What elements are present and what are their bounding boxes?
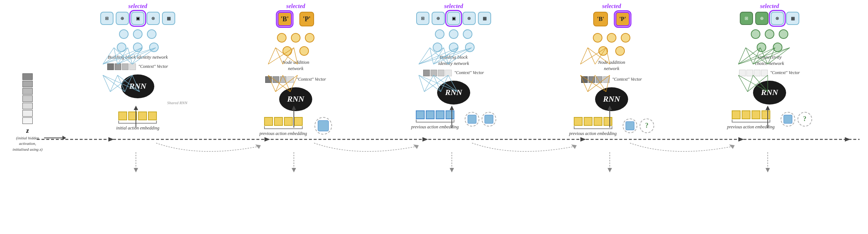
svg-marker-6: [845, 137, 850, 142]
svg-marker-24: [608, 168, 612, 172]
col2-network-label: Node additionnetwork: [242, 59, 349, 72]
col4-bot-nodes: [558, 46, 665, 56]
col4-network-label: Node additionnetwork: [558, 59, 665, 72]
col1-icon-5: ▦: [162, 12, 175, 25]
col2-context-label: "Context" Vector: [296, 77, 326, 82]
col1-bot-node-3: [149, 43, 159, 52]
col2-bot-nodes: [242, 46, 349, 56]
col4-context: "Context" Vector: [558, 76, 665, 83]
col2-mid-node-3: [305, 33, 314, 43]
col3-prev-circles: [465, 112, 496, 127]
col4-bottom-area: previous action embedding ?: [558, 117, 665, 137]
col3-rnn-blob: RNN: [437, 81, 470, 105]
col4-mid-node-1: [593, 33, 602, 43]
col2-icon-B: 'B': [277, 12, 292, 26]
col1-icon-3-selected: ▣: [131, 12, 144, 25]
col3-context: "Context" Vector: [400, 70, 507, 76]
col3-icon-3-selected: ▣: [447, 12, 460, 25]
col1-context: "Context" Vector: [84, 63, 191, 70]
column-1: selected ⊞ ⊕ ▣ ⊗ ▦ Building block identi…: [84, 0, 191, 131]
col1-rnn-blob: RNN: [121, 74, 154, 98]
col1-rnn: RNN: [84, 74, 191, 98]
col4-rnn-blob: RNN: [595, 87, 628, 111]
column-2: selected 'B' 'P' Node additionnetwork: [242, 0, 349, 136]
col2-prev-circle: [314, 117, 332, 135]
svg-marker-29: [766, 168, 770, 172]
col3-mid-node-3: [463, 29, 472, 39]
col3-bot-node-2: [449, 43, 458, 52]
svg-marker-1: [108, 137, 114, 142]
col5-prev-circles: ?: [781, 112, 812, 127]
col3-bottom-area: previous action embedding: [400, 110, 507, 130]
col5-mid-node-3: [779, 29, 788, 39]
col5-icon-3-selected: ⊗: [771, 12, 784, 25]
col5-bot-node-2: [773, 43, 782, 52]
col5-icon-1: ⊞: [740, 12, 753, 25]
col5-mid-node-1: [751, 29, 760, 39]
col5-bot-nodes: [716, 43, 823, 52]
z-description: (initial hiddenactivation,initialised us…: [12, 135, 42, 152]
column-4: selected 'B' 'P' Node additionnetwork: [558, 0, 665, 136]
z-to-rnn-arrow: [44, 136, 66, 140]
svg-marker-2: [264, 137, 270, 142]
col2-context: "Context" Vector: [242, 76, 349, 83]
col1-network-label: Building block identity network: [84, 54, 191, 61]
col1-mid-nodes: [84, 29, 191, 39]
col3-bot-nodes: [400, 43, 507, 52]
svg-marker-3: [422, 137, 428, 142]
col1-bot-node-1: [117, 43, 126, 52]
col1-selected-label: selected: [84, 3, 191, 10]
col2-embed-label: previous action embedding: [259, 131, 307, 137]
svg-marker-15: [255, 145, 261, 149]
col5-icon-4: ▦: [786, 12, 799, 25]
col4-rnn: RNN: [558, 87, 665, 111]
z-vector: [22, 73, 33, 124]
col2-rnn: RNN: [242, 87, 349, 111]
col4-embed-label: previous action embedding: [569, 131, 617, 137]
svg-marker-10: [134, 168, 138, 172]
col4-icon-B: 'B': [593, 12, 608, 26]
column-5: selected ⊞ ⊕ ⊗ ▦ Connectivitychoice netw…: [716, 0, 823, 130]
col3-icon-2: ⊕: [432, 12, 445, 25]
column-3: selected ⊞ ⊕ ▣ ⊗ ▦ Building blockidentit…: [400, 0, 507, 130]
col1-embedding-area: initial action embedding: [84, 111, 191, 131]
col3-icon-row: ⊞ ⊕ ▣ ⊗ ▦: [400, 12, 507, 25]
col3-bot-node-3: [465, 43, 475, 52]
col5-bot-node-1: [757, 43, 766, 52]
col1-embed-label: initial action embedding: [116, 125, 159, 131]
col5-network-label: Connectivitychoice network: [716, 54, 823, 67]
col4-icon-row: 'B' 'P': [558, 12, 665, 26]
col1-context-label: "Context" Vector: [138, 64, 168, 69]
z-label: z: [26, 127, 29, 135]
col2-mid-node-1: [277, 33, 287, 43]
col1-mid-node-1: [119, 29, 129, 39]
col2-mid-node-2: [291, 33, 300, 43]
col5-rnn-blob: RNN: [753, 81, 786, 105]
col5-mid-nodes: [716, 29, 823, 39]
z-vector-section: z (initial hiddenactivation,initialised …: [4, 73, 51, 152]
col5-embed-label: previous action embedding: [727, 124, 775, 130]
col5-mid-node-2: [765, 29, 774, 39]
col2-bot-node-2: [299, 46, 309, 56]
svg-marker-14: [292, 168, 296, 172]
col4-mid-node-3: [621, 33, 630, 43]
svg-marker-20: [413, 145, 419, 149]
col3-icon-1: ⊞: [416, 12, 429, 25]
col4-prev-circles: ?: [623, 118, 654, 133]
col2-mid-nodes: [242, 33, 349, 43]
col1-bot-nodes: [84, 43, 191, 52]
col3-context-label: "Context" Vector: [454, 70, 484, 76]
col3-mid-nodes: [400, 29, 507, 39]
col2-rnn-blob: RNN: [279, 87, 312, 111]
col3-selected-label: selected: [400, 3, 507, 10]
col1-shared-rnn-label: Shared RNN: [84, 99, 187, 106]
col1-embed-cells: [118, 111, 157, 120]
col4-mid-nodes: [558, 33, 665, 43]
col4-selected-label: selected: [558, 3, 665, 10]
col5-icon-row: ⊞ ⊕ ⊗ ▦: [716, 12, 823, 25]
col2-bottom-area: previous action embedding: [242, 117, 349, 137]
col4-mid-node-2: [607, 33, 616, 43]
col4-bot-node-2: [615, 46, 625, 56]
svg-marker-25: [571, 145, 577, 149]
col3-bot-node-1: [433, 43, 442, 52]
